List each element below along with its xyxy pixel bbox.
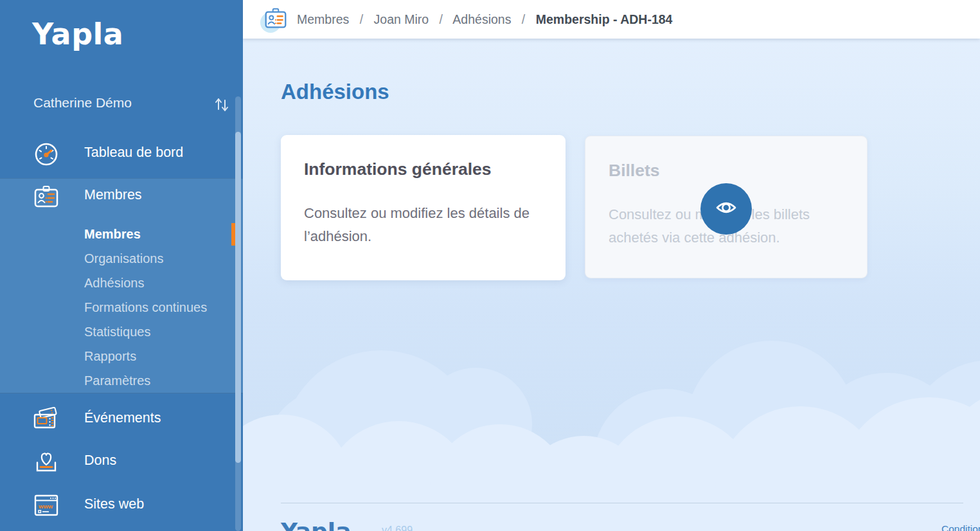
submenu-item-parametres[interactable]: Paramètres xyxy=(0,368,243,393)
submenu-item-formations-continues[interactable]: Formations continues xyxy=(0,295,243,320)
submenu-item-label: Adhésions xyxy=(84,276,144,290)
breadcrumb: Membres / Joan Miro / Adhésions / Member… xyxy=(297,0,672,39)
card-informations-generales[interactable]: Informations générales Consultez ou modi… xyxy=(281,135,566,280)
submenu-item-organisations[interactable]: Organisations xyxy=(0,246,243,271)
submenu-item-label: Rapports xyxy=(84,349,136,363)
main-content: Adhésions Informations générales Consult… xyxy=(243,39,980,531)
sidebar-item-membres[interactable]: Membres xyxy=(0,178,243,214)
member-card-icon xyxy=(32,183,60,211)
sidebar-item-label: Sites web xyxy=(84,496,144,512)
breadcrumb-membres[interactable]: Membres xyxy=(297,12,349,26)
breadcrumb-separator: / xyxy=(353,12,370,26)
footer-version: v4.699 xyxy=(382,525,413,531)
submenu-item-label: Membres xyxy=(84,227,141,241)
account-name: Catherine Démo xyxy=(33,95,132,111)
cloud-fill xyxy=(243,489,980,531)
breadcrumb-current: Membership - ADH-184 xyxy=(536,12,673,26)
submenu-item-label: Paramètres xyxy=(84,374,150,388)
breadcrumb-member-card-icon xyxy=(262,6,289,33)
eye-icon xyxy=(711,193,741,225)
breadcrumb-separator: / xyxy=(515,12,532,26)
sidebar-item-tableau-de-bord[interactable]: Tableau de bord xyxy=(0,132,243,175)
submenu-item-statistiques[interactable]: Statistiques xyxy=(0,320,243,344)
footer-yapla-logo: Yapla xyxy=(281,518,351,531)
sidebar: Yapla Catherine Démo xyxy=(0,0,243,531)
dashboard-gauge-icon xyxy=(32,140,60,168)
footer-terms-link[interactable]: Conditions d'utilisation xyxy=(941,523,980,531)
donation-heart-icon xyxy=(32,447,60,476)
footer-divider xyxy=(281,503,963,503)
submenu-item-label: Formations continues xyxy=(84,300,207,314)
membres-submenu: Membres Organisations Adhésions Formatio… xyxy=(0,214,243,393)
topbar: Membres / Joan Miro / Adhésions / Member… xyxy=(243,0,980,39)
sidebar-item-label: Tableau de bord xyxy=(84,145,183,161)
sidebar-item-dons[interactable]: Dons xyxy=(0,441,243,482)
submenu-item-label: Organisations xyxy=(84,251,163,266)
sidebar-item-label: Événements xyxy=(84,410,161,426)
sidebar-item-evenements[interactable]: Événements xyxy=(0,399,243,440)
submenu-item-membres[interactable]: Membres xyxy=(0,222,243,246)
yapla-app: Yapla Catherine Démo xyxy=(0,0,980,531)
breadcrumb-adhesions[interactable]: Adhésions xyxy=(452,12,511,26)
switch-account-icon[interactable] xyxy=(212,94,231,114)
eye-view-cursor xyxy=(700,183,752,235)
card-description: Consultez ou modifiez les détails de l’a… xyxy=(304,202,547,248)
website-icon: www xyxy=(32,491,60,519)
submenu-item-rapports[interactable]: Rapports xyxy=(0,344,243,368)
yapla-logo: Yapla xyxy=(32,17,123,51)
breadcrumb-separator: / xyxy=(432,12,450,26)
card-title: Informations générales xyxy=(304,159,492,179)
breadcrumb-joan-miro[interactable]: Joan Miro xyxy=(374,12,429,26)
sidebar-item-label: Dons xyxy=(84,453,116,469)
sidebar-item-sites-web[interactable]: www Sites web xyxy=(0,485,243,526)
account-switcher[interactable]: Catherine Démo xyxy=(0,89,243,120)
tickets-icon xyxy=(32,405,60,433)
submenu-item-label: Statistiques xyxy=(84,325,150,339)
sidebar-item-label: Membres xyxy=(84,187,142,203)
submenu-item-adhesions[interactable]: Adhésions xyxy=(0,271,243,295)
page-title: Adhésions xyxy=(281,80,389,104)
card-title: Billets xyxy=(609,161,660,181)
svg-text:www: www xyxy=(38,503,53,510)
sidebar-scrollbar-thumb[interactable] xyxy=(235,132,241,463)
